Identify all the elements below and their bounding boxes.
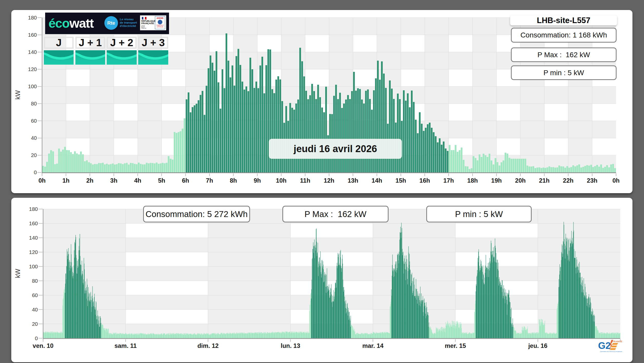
svg-text:16h: 16h [419, 177, 430, 184]
svg-text:6h: 6h [182, 177, 189, 184]
svg-text:jeu. 16: jeu. 16 [528, 342, 548, 349]
svg-text:7h: 7h [206, 177, 213, 184]
svg-text:lun. 13: lun. 13 [281, 342, 300, 349]
svg-text:40: 40 [32, 307, 38, 312]
svg-text:20h: 20h [515, 177, 526, 184]
svg-text:FRANCE: FRANCE [612, 340, 622, 343]
svg-text:180: 180 [29, 206, 38, 212]
svg-text:kW: kW [14, 90, 21, 100]
svg-text:kW: kW [14, 269, 21, 278]
svg-text:17h: 17h [443, 177, 454, 184]
svg-text:140: 140 [29, 235, 38, 241]
svg-text:40: 40 [31, 135, 37, 141]
svg-text:60: 60 [32, 292, 38, 298]
svg-text:4h: 4h [134, 177, 141, 184]
svg-text:1h: 1h [62, 177, 70, 184]
svg-text:100: 100 [28, 83, 37, 89]
svg-text:3h: 3h [110, 177, 117, 184]
svg-text:ven. 10: ven. 10 [33, 342, 53, 349]
svg-text:20: 20 [32, 321, 38, 327]
svg-text:dim. 12: dim. 12 [197, 342, 219, 349]
svg-text:Optimisation des ressources én: Optimisation des ressources énergétiques [600, 351, 622, 352]
svg-text:20: 20 [31, 152, 37, 158]
svg-text:0: 0 [35, 335, 38, 341]
svg-text:9h: 9h [254, 177, 261, 184]
svg-text:21h: 21h [539, 177, 550, 184]
svg-text:160: 160 [29, 220, 38, 226]
svg-text:120: 120 [28, 66, 37, 72]
svg-text:mar. 14: mar. 14 [362, 342, 384, 349]
svg-text:14h: 14h [372, 177, 382, 184]
svg-text:60: 60 [31, 118, 37, 124]
svg-text:22h: 22h [563, 177, 573, 184]
svg-text:120: 120 [29, 249, 38, 255]
svg-text:18h: 18h [467, 177, 478, 184]
svg-text:15h: 15h [395, 177, 406, 184]
svg-text:100: 100 [29, 263, 38, 269]
svg-text:0: 0 [34, 169, 37, 175]
svg-text:80: 80 [32, 278, 38, 284]
svg-text:160: 160 [28, 32, 37, 38]
svg-text:140: 140 [28, 49, 37, 55]
svg-text:G2: G2 [598, 340, 611, 351]
svg-text:mer. 15: mer. 15 [445, 342, 466, 349]
svg-text:80: 80 [31, 101, 37, 106]
svg-text:0h: 0h [38, 177, 46, 184]
svg-text:sam. 11: sam. 11 [114, 342, 137, 349]
svg-text:12h: 12h [324, 177, 334, 184]
svg-text:13h: 13h [348, 177, 358, 184]
svg-text:5h: 5h [158, 177, 165, 184]
svg-text:19h: 19h [491, 177, 502, 184]
svg-text:0h: 0h [612, 177, 620, 184]
svg-text:180: 180 [28, 15, 37, 21]
svg-text:8h: 8h [230, 177, 237, 184]
svg-text:11h: 11h [300, 177, 310, 184]
svg-text:2h: 2h [86, 177, 93, 184]
svg-text:23h: 23h [587, 177, 597, 184]
svg-text:10h: 10h [276, 177, 286, 184]
